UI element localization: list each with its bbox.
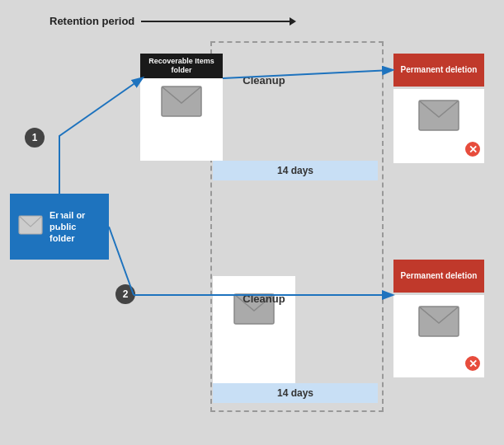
retention-arrow: [141, 17, 296, 26]
retention-text: Retention period: [49, 15, 134, 27]
recoverable-items-card: Recoverable Items folder: [140, 54, 223, 161]
perm-delete-bottom-box: Permanent deletion: [393, 260, 484, 293]
retention-period-label: Retention period: [49, 15, 296, 27]
perm-delete-top-box: Permanent deletion: [393, 54, 484, 87]
envelope-perm-bottom: [417, 305, 460, 341]
recoverable-items-folder: Recoverable Items folder: [140, 54, 223, 78]
perm-delete-top-label: Permanent deletion: [401, 65, 478, 75]
badge-2: 2: [115, 284, 135, 304]
cleanup-bottom-label: Cleanup: [231, 293, 297, 305]
days-top-label: 14 days: [277, 165, 313, 176]
red-x-top: ✕: [464, 140, 482, 158]
email-folder-label: Email or public folder: [49, 209, 101, 245]
retention-arrow-head: [290, 17, 296, 26]
cleanup-top-label: Cleanup: [231, 74, 297, 87]
envelope-perm-top: [417, 99, 460, 135]
red-x-bottom: ✕: [464, 354, 482, 372]
perm-delete-bottom-label: Permanent deletion: [401, 271, 478, 281]
retention-arrow-line: [141, 21, 290, 22]
days-box-bottom: 14 days: [213, 383, 378, 403]
email-folder-box: Email or public folder: [10, 194, 109, 260]
diagram-container: Retention period Recoverable Items folde…: [0, 0, 504, 445]
envelope-top-card: [160, 85, 203, 121]
recoverable-folder-label: Recoverable Items folder: [144, 57, 219, 75]
email-folder-icon: [18, 215, 43, 238]
badge-1: 1: [25, 128, 45, 148]
days-box-top: 14 days: [213, 161, 378, 180]
days-bottom-label: 14 days: [277, 387, 313, 399]
